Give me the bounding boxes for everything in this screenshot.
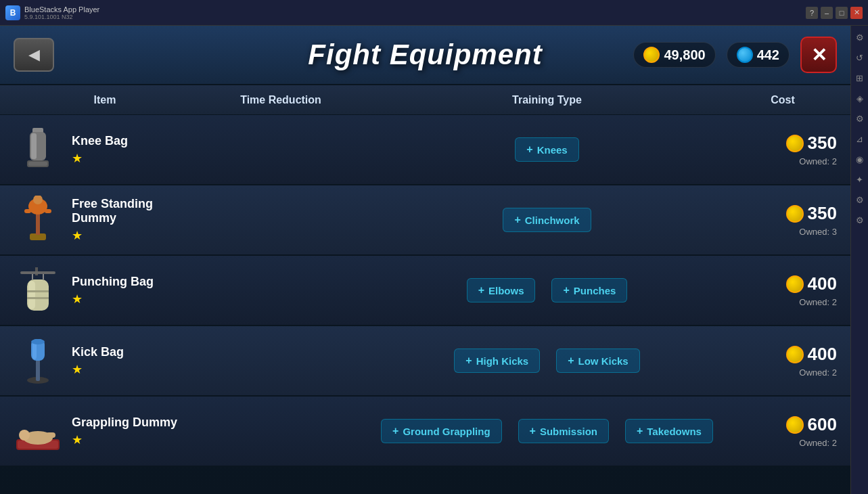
cost-col-5: 600 Owned: 2 bbox=[729, 414, 837, 448]
help-button[interactable]: ? bbox=[806, 7, 818, 19]
col-header-cost: Cost bbox=[729, 94, 837, 106]
svg-rect-18 bbox=[27, 290, 49, 292]
sidebar-icon-10[interactable]: ⚙ bbox=[854, 214, 866, 226]
owned-text-4: Owned: 2 bbox=[799, 367, 837, 378]
window-controls: ? – □ ✕ bbox=[806, 7, 863, 19]
kick-bag-svg bbox=[14, 336, 62, 385]
training-tag-low-kicks: + Low Kicks bbox=[556, 349, 640, 373]
dummy-star: ★ bbox=[72, 228, 196, 243]
item-col-kick-bag: Kick Bag ★ bbox=[14, 336, 196, 385]
cost-coin-icon-5 bbox=[786, 416, 804, 434]
svg-point-30 bbox=[19, 430, 30, 441]
coin-icon bbox=[643, 47, 660, 63]
app-version: 5.9.101.1001 N32 bbox=[24, 14, 99, 20]
owned-text-5: Owned: 2 bbox=[799, 438, 837, 448]
table-row[interactable]: Grappling Dummy ★ + Ground Grappling + S… bbox=[0, 397, 850, 467]
punching-bag-info: Punching Bag ★ bbox=[72, 275, 154, 307]
cost-coin-icon-3 bbox=[786, 275, 804, 293]
cost-coin-icon-1 bbox=[786, 135, 804, 152]
training-tag-knees: + Knees bbox=[515, 137, 578, 162]
training-col-4: + High Kicks + Low Kicks bbox=[365, 349, 729, 373]
svg-rect-9 bbox=[45, 209, 51, 213]
training-tag-punches: + Punches bbox=[551, 278, 627, 302]
sidebar-icon-6[interactable]: ⊿ bbox=[854, 133, 866, 145]
back-button[interactable]: ◀ bbox=[14, 38, 54, 72]
training-col-1: + Knees bbox=[365, 137, 729, 162]
page-title: Fight Equipment bbox=[308, 39, 542, 71]
sidebar-icon-3[interactable]: ⊞ bbox=[854, 72, 866, 84]
bluestacks-icon: B bbox=[5, 5, 20, 20]
sidebar-icon-9[interactable]: ⚙ bbox=[854, 194, 866, 206]
kick-bag-star: ★ bbox=[72, 362, 124, 377]
cost-col-1: 350 Owned: 2 bbox=[729, 133, 837, 166]
sidebar-icon-4[interactable]: ◈ bbox=[854, 92, 866, 104]
dummy-info: Free Standing Dummy ★ bbox=[72, 197, 196, 243]
table-row[interactable]: Kick Bag ★ + High Kicks + Low Kicks 400 bbox=[0, 326, 850, 397]
window-close-button[interactable]: ✕ bbox=[850, 7, 863, 19]
training-tag-high-kicks: + High Kicks bbox=[454, 349, 540, 373]
minimize-button[interactable]: – bbox=[821, 7, 833, 19]
col-header-item: Item bbox=[14, 94, 196, 106]
training-col-3: + Elbows + Punches bbox=[365, 278, 729, 302]
sidebar-icon-7[interactable]: ◉ bbox=[854, 153, 866, 165]
knee-bag-image bbox=[14, 125, 62, 174]
back-arrow-icon: ◀ bbox=[28, 46, 40, 64]
cost-col-2: 350 Owned: 3 bbox=[729, 203, 837, 237]
training-tag-takedowns: + Takedowns bbox=[625, 419, 713, 443]
cost-amount-1: 350 bbox=[786, 133, 837, 154]
svg-rect-4 bbox=[28, 162, 47, 166]
cost-amount-3: 400 bbox=[786, 273, 837, 294]
app-name: BlueStacks App Player bbox=[24, 5, 99, 14]
item-col-grappling: Grappling Dummy ★ bbox=[14, 407, 196, 455]
svg-rect-29 bbox=[46, 432, 55, 438]
gems-amount: 442 bbox=[757, 47, 779, 63]
training-tag-submission: + Submission bbox=[518, 419, 609, 443]
gem-icon bbox=[737, 47, 753, 63]
training-tag-elbows: + Elbows bbox=[467, 278, 536, 302]
sidebar-icon-2[interactable]: ↺ bbox=[854, 51, 866, 64]
table-row[interactable]: Free Standing Dummy ★ + Clinchwork 350 O… bbox=[0, 185, 850, 256]
game-area: ◀ Fight Equipment 49,800 442 ✕ Item Time… bbox=[0, 26, 850, 494]
item-col-punching-bag: Punching Bag ★ bbox=[14, 266, 196, 315]
kick-bag-name: Kick Bag bbox=[72, 345, 124, 359]
punching-bag-name: Punching Bag bbox=[72, 275, 154, 289]
owned-text-1: Owned: 2 bbox=[799, 156, 837, 166]
cost-col-4: 400 Owned: 2 bbox=[729, 344, 837, 378]
svg-rect-2 bbox=[31, 133, 37, 159]
training-tag-ground-grappling: + Ground Grappling bbox=[381, 419, 502, 443]
sidebar-icon-8[interactable]: ✦ bbox=[854, 173, 866, 185]
table-row[interactable]: Knee Bag ★ + Knees 350 Owned: 2 bbox=[0, 115, 850, 185]
svg-rect-13 bbox=[20, 271, 55, 274]
cost-amount-2: 350 bbox=[786, 203, 837, 224]
restore-button[interactable]: □ bbox=[836, 7, 848, 19]
header-right: 49,800 442 ✕ bbox=[633, 37, 837, 73]
svg-rect-19 bbox=[27, 297, 49, 299]
dummy-image bbox=[14, 196, 62, 244]
grappling-info: Grappling Dummy ★ bbox=[72, 416, 177, 447]
cost-amount-5: 600 bbox=[786, 414, 837, 435]
grappling-name: Grappling Dummy bbox=[72, 416, 177, 430]
punching-bag-star: ★ bbox=[72, 292, 154, 307]
title-bar: B BlueStacks App Player 5.9.101.1001 N32… bbox=[0, 0, 868, 26]
grappling-svg bbox=[14, 407, 62, 455]
svg-rect-17 bbox=[28, 281, 35, 309]
knee-bag-info: Knee Bag ★ bbox=[72, 134, 128, 166]
sidebar-icon-5[interactable]: ⚙ bbox=[854, 112, 866, 125]
col-header-training: Training Type bbox=[365, 94, 729, 106]
coins-badge: 49,800 bbox=[633, 42, 715, 68]
punching-bag-image bbox=[14, 266, 62, 315]
sidebar-icon-1[interactable]: ⚙ bbox=[854, 31, 866, 43]
table-header: Item Time Reduction Training Type Cost bbox=[0, 85, 850, 115]
table-row[interactable]: Punching Bag ★ + Elbows + Punches 400 bbox=[0, 256, 850, 326]
training-col-5: + Ground Grappling + Submission + Takedo… bbox=[365, 419, 729, 443]
cost-coin-icon-2 bbox=[786, 205, 804, 223]
dummy-name: Free Standing Dummy bbox=[72, 197, 196, 225]
app-logo: B BlueStacks App Player 5.9.101.1001 N32 bbox=[5, 5, 99, 20]
svg-rect-8 bbox=[24, 209, 31, 213]
game-header: ◀ Fight Equipment 49,800 442 ✕ bbox=[0, 26, 850, 85]
knee-bag-name: Knee Bag bbox=[72, 134, 128, 148]
item-col-dummy: Free Standing Dummy ★ bbox=[14, 196, 196, 244]
close-button[interactable]: ✕ bbox=[800, 37, 837, 73]
kick-bag-info: Kick Bag ★ bbox=[72, 345, 124, 377]
table-body: Knee Bag ★ + Knees 350 Owned: 2 bbox=[0, 115, 850, 467]
